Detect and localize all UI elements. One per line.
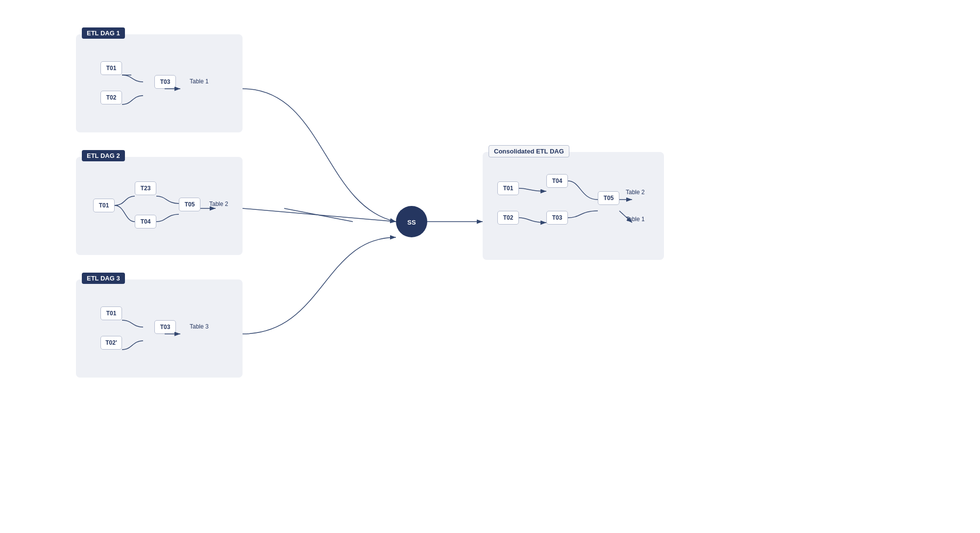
dag1-task-t01: T01 bbox=[100, 61, 122, 75]
consolidated-dag-box: Consolidated ETL DAG T01 T02 T04 T03 T05… bbox=[483, 152, 664, 260]
etl-dag-2-box: ETL DAG 2 T01 T23 T04 T05 Table 2 bbox=[76, 157, 243, 255]
etl-dag-2-label: ETL DAG 2 bbox=[82, 150, 125, 161]
dag1-task-t03: T03 bbox=[154, 75, 176, 89]
dag2-task-t04: T04 bbox=[135, 215, 156, 228]
consolidated-dag-label: Consolidated ETL DAG bbox=[489, 145, 569, 157]
dag2-task-t01: T01 bbox=[93, 199, 115, 212]
dag3-task-t01: T01 bbox=[100, 306, 122, 320]
cons-task-t04: T04 bbox=[546, 174, 568, 188]
dag2-task-t05: T05 bbox=[179, 198, 200, 211]
dag2-task-t23: T23 bbox=[135, 181, 156, 195]
etl-dag-3-label: ETL DAG 3 bbox=[82, 273, 125, 284]
diagram-container: ETL DAG 1 T01 T02 T03 Table 1 ETL DAG 2 … bbox=[0, 0, 980, 533]
dag1-task-t02: T02 bbox=[100, 91, 122, 104]
cons-table1-label: Table 1 bbox=[626, 216, 645, 223]
etl-dag-3-box: ETL DAG 3 T01 T02' T03 Table 3 bbox=[76, 279, 243, 378]
dag3-table-label: Table 3 bbox=[190, 323, 209, 330]
dag2-table-label: Table 2 bbox=[209, 201, 228, 207]
dag3-task-t03: T03 bbox=[154, 320, 176, 334]
etl-dag-1-box: ETL DAG 1 T01 T02 T03 Table 1 bbox=[76, 34, 243, 132]
dag3-task-t02p: T02' bbox=[100, 336, 122, 350]
cons-table2-label: Table 2 bbox=[626, 189, 645, 196]
dag1-table-label: Table 1 bbox=[190, 78, 209, 85]
svg-text:SS: SS bbox=[407, 219, 416, 226]
center-consolidation-node: SS bbox=[396, 206, 427, 237]
cons-task-t05: T05 bbox=[598, 191, 619, 205]
center-node-icon: SS bbox=[404, 214, 419, 229]
cons-task-t01: T01 bbox=[497, 181, 519, 195]
etl-dag-1-label: ETL DAG 1 bbox=[82, 27, 125, 39]
cons-task-t03: T03 bbox=[546, 211, 568, 225]
cons-task-t02: T02 bbox=[497, 211, 519, 225]
